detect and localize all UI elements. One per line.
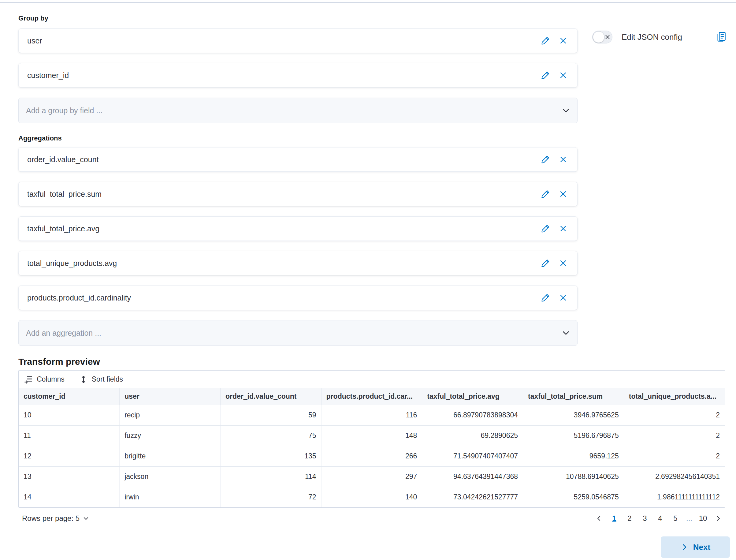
cell: 114 (220, 466, 321, 487)
copy-to-clipboard-button[interactable] (716, 31, 727, 43)
cell: jackson (120, 466, 221, 487)
column-header-total-unique-products-avg[interactable]: total_unique_products.a... (624, 388, 725, 405)
copy-clipboard-icon (716, 31, 727, 43)
rows-per-page-button[interactable]: Rows per page: 5 (18, 514, 89, 523)
remove-aggregation-button[interactable] (556, 256, 570, 271)
edit-aggregation-button[interactable] (538, 152, 553, 167)
edit-json-config-label: Edit JSON config (622, 32, 682, 42)
table-row: 14 irwin 72 140 73.04242621527777 5259.0… (19, 487, 725, 507)
next-page-button[interactable] (712, 512, 725, 525)
group-by-item-label: customer_id (27, 71, 538, 80)
preview-table: customer_id user order_id.value_count pr… (19, 388, 725, 507)
grid-toolbar: Columns Sort fields (19, 371, 725, 388)
page-button-1[interactable]: 1 (607, 512, 621, 525)
column-header-taxful-total-price-avg[interactable]: taxful_total_price.avg (422, 388, 523, 405)
cell: 148 (321, 425, 422, 446)
top-divider (0, 2, 736, 3)
edit-aggregation-button[interactable] (538, 221, 553, 236)
column-header-products-product-id-cardinality[interactable]: products.product_id.car... (321, 388, 422, 405)
page-button-2[interactable]: 2 (623, 512, 636, 525)
table-row: 12 brigitte 135 266 71.54907407407407 96… (19, 446, 725, 466)
table-header-row: customer_id user order_id.value_count pr… (19, 388, 725, 405)
remove-aggregation-button[interactable] (556, 221, 570, 236)
chevron-right-icon (680, 543, 688, 551)
cell: 14 (19, 487, 120, 507)
cell: 66.89790783898304 (422, 405, 523, 425)
edit-aggregation-button[interactable] (538, 187, 553, 201)
cell: 75 (220, 425, 321, 446)
pencil-icon (541, 293, 550, 302)
chevron-left-icon (595, 515, 603, 522)
cell: 2 (624, 425, 725, 446)
switch-off-x-icon (604, 34, 611, 40)
columns-button[interactable]: Columns (24, 375, 65, 384)
close-icon (559, 224, 567, 233)
edit-json-config-switch[interactable] (592, 31, 612, 43)
edit-group-by-button[interactable] (538, 68, 553, 83)
pencil-icon (541, 224, 550, 233)
cell: 1.9861111111111112 (624, 487, 725, 507)
aggregation-item-actions (538, 256, 570, 271)
cell: 12 (19, 446, 120, 466)
edit-group-by-button[interactable] (538, 33, 553, 48)
cell: 9659.125 (523, 446, 624, 466)
column-header-user[interactable]: user (120, 388, 221, 405)
columns-list-add-icon (24, 375, 33, 384)
cell: 73.04242621527777 (422, 487, 523, 507)
aggregation-item-actions (538, 290, 570, 305)
table-row: 11 fuzzy 75 148 69.2890625 5196.6796875 … (19, 425, 725, 446)
chevron-right-icon (715, 515, 722, 522)
remove-group-by-button[interactable] (556, 33, 570, 48)
cell: 94.63764391447368 (422, 466, 523, 487)
cell: 266 (321, 446, 422, 466)
add-group-by-input[interactable] (26, 106, 561, 115)
json-config-panel: Edit JSON config (592, 31, 727, 43)
cell: 2 (624, 405, 725, 425)
chevron-down-icon (561, 328, 570, 338)
column-header-taxful-total-price-sum[interactable]: taxful_total_price.sum (523, 388, 624, 405)
cell: 116 (321, 405, 422, 425)
columns-button-label: Columns (37, 375, 65, 383)
page-button-5[interactable]: 5 (669, 512, 682, 525)
cell: 3946.9765625 (523, 405, 624, 425)
aggregation-item: taxful_total_price.avg (18, 216, 577, 241)
aggregation-item: products.product_id.cardinality (18, 286, 577, 310)
previous-page-button[interactable] (592, 512, 606, 525)
aggregations-label: Aggregations (18, 134, 577, 142)
aggregation-item: order_id.value_count (18, 147, 577, 172)
page-button-4[interactable]: 4 (653, 512, 667, 525)
page-button-10[interactable]: 10 (696, 512, 710, 525)
sortable-icon (79, 375, 88, 384)
next-button-label: Next (693, 543, 710, 552)
switch-thumb (593, 31, 604, 43)
remove-group-by-button[interactable] (556, 68, 570, 83)
cell: irwin (120, 487, 221, 507)
preview-data-grid: Columns Sort fields customer_id user ord… (18, 370, 725, 508)
aggregation-item-actions (538, 152, 570, 167)
page-ellipsis: ... (684, 514, 694, 523)
cell: 140 (321, 487, 422, 507)
pencil-icon (541, 189, 550, 199)
edit-aggregation-button[interactable] (538, 290, 553, 305)
add-aggregation-input[interactable] (26, 329, 561, 338)
next-button[interactable]: Next (661, 536, 730, 558)
cell: fuzzy (120, 425, 221, 446)
column-header-customer-id[interactable]: customer_id (19, 388, 120, 405)
pencil-icon (541, 259, 550, 268)
add-group-by-field[interactable] (18, 98, 577, 123)
cell: recip (120, 405, 221, 425)
edit-aggregation-button[interactable] (538, 256, 553, 271)
group-by-item-label: user (27, 36, 538, 45)
add-aggregation-field[interactable] (18, 320, 577, 346)
table-row: 13 jackson 114 297 94.63764391447368 107… (19, 466, 725, 487)
sort-fields-button[interactable]: Sort fields (79, 375, 123, 384)
page-button-3[interactable]: 3 (638, 512, 652, 525)
column-header-order-id-value-count[interactable]: order_id.value_count (220, 388, 321, 405)
cell: 2 (624, 446, 725, 466)
remove-aggregation-button[interactable] (556, 187, 570, 201)
remove-aggregation-button[interactable] (556, 290, 570, 305)
remove-aggregation-button[interactable] (556, 152, 570, 167)
aggregation-item-label: order_id.value_count (27, 155, 538, 164)
aggregation-item: taxful_total_price.sum (18, 182, 577, 206)
close-icon (559, 71, 567, 80)
